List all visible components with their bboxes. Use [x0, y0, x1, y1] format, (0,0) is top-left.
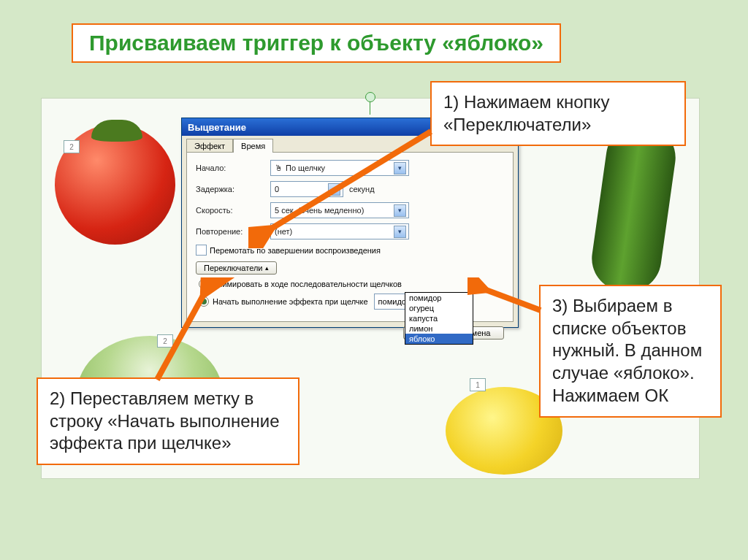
label-animate-sequence: Анимировать в ходе последовательности ще…: [213, 280, 402, 288]
svg-line-2: [476, 286, 541, 310]
triggers-button[interactable]: Переключатели ▴: [196, 261, 277, 275]
callout-step-1: 1) Нажимаем кнопку «Переключатели»: [430, 81, 686, 146]
chevron-up-icon: ▴: [265, 264, 269, 272]
placeholder-index-3: 1: [470, 378, 486, 391]
callout-step-2: 2) Переставляем метку в строку «Начать в…: [37, 377, 299, 465]
arrow-to-dropdown: [468, 277, 548, 321]
callout-step-3: 3) Выбираем в списке объектов нужный. В …: [539, 285, 722, 418]
dropdown-item[interactable]: помидор: [405, 293, 473, 303]
svg-line-0: [263, 131, 431, 234]
arrow-to-triggers-button: [248, 124, 438, 248]
placeholder-index-1: 2: [64, 140, 80, 153]
dropdown-item[interactable]: лимон: [405, 323, 473, 334]
dropdown-item[interactable]: капуста: [405, 313, 473, 323]
dialog-title: Выцветание: [188, 122, 246, 133]
svg-line-1: [157, 286, 208, 380]
trigger-object-dropdown[interactable]: помидор огурец капуста лимон яблоко: [405, 292, 473, 345]
rewind-checkbox[interactable]: [196, 245, 207, 256]
tab-effect[interactable]: Эффект: [186, 139, 233, 153]
slide-title: Присваиваем триггер к объекту «яблоко»: [72, 23, 561, 63]
dropdown-item[interactable]: огурец: [405, 303, 473, 313]
dropdown-item-selected[interactable]: яблоко: [405, 334, 473, 344]
arrow-to-radio-click: [150, 277, 237, 387]
triggers-button-label: Переключатели: [204, 264, 262, 272]
rotation-handle-icon: [365, 92, 375, 102]
